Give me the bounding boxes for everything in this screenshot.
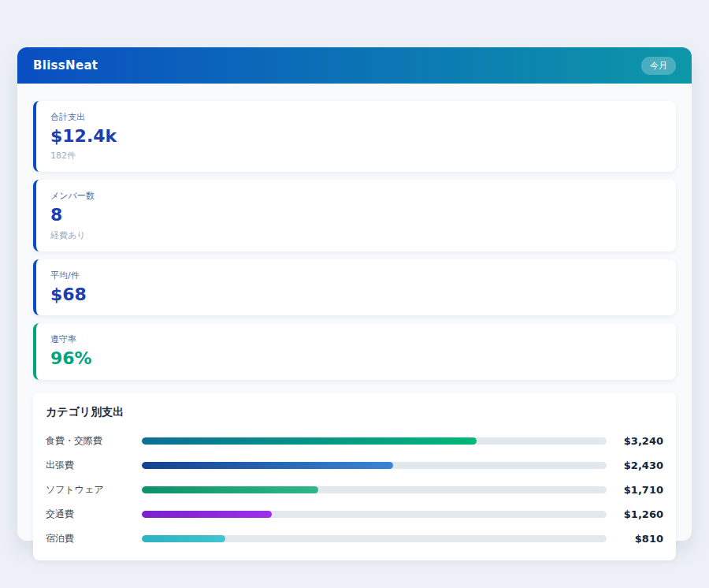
category-spend-panel: カテゴリ別支出 食費・交際費 $3,240 出張費 $2,430 ソフトウェア [33,393,676,560]
category-row: 宿泊費 $810 [46,527,663,551]
category-label: 宿泊費 [46,532,142,545]
stat-card-total-spend: 合計支出 $12.4k 182件 [33,101,676,172]
bar-track [142,511,607,518]
stat-card-member-count: メンバー数 8 経費あり [33,180,676,251]
category-label: 出張費 [46,459,142,472]
stat-card-compliance-rate: 遵守率 96% [33,323,676,379]
stat-subtitle: 経費あり [50,229,662,241]
stat-card-average-per-item: 平均/件 $68 [33,259,676,315]
stat-label: メンバー数 [50,190,662,202]
stat-value: $12.4k [50,126,662,147]
category-value: $1,710 [607,484,663,496]
stat-value: 96% [50,348,662,369]
stat-label: 遵守率 [50,333,662,345]
category-label: ソフトウェア [46,483,142,497]
bar-fill [142,535,225,542]
bar-fill [142,462,393,469]
bar-fill [142,511,272,518]
category-value: $3,240 [607,435,663,447]
bar-track [142,486,607,493]
stat-label: 平均/件 [50,270,662,281]
category-value: $810 [607,533,663,545]
bar-track [142,437,607,445]
category-row: 食費・交際費 $3,240 [46,429,663,453]
category-panel-title: カテゴリ別支出 [46,405,663,419]
stat-subtitle: 182件 [50,150,662,162]
category-value: $1,260 [607,508,663,520]
category-row: 出張費 $2,430 [46,453,663,478]
app-title: BlissNeat [33,58,98,73]
stat-value: 8 [50,205,662,225]
stat-label: 合計支出 [50,111,662,123]
category-value: $2,430 [607,460,663,471]
bar-track [142,535,607,542]
app-header: BlissNeat 今月 [17,47,692,84]
period-badge[interactable]: 今月 [641,57,676,75]
category-label: 食費・交際費 [46,434,142,448]
stat-value: $68 [50,285,662,305]
category-label: 交通費 [46,508,142,521]
bar-fill [142,486,318,493]
bar-fill [142,437,477,445]
dashboard-card: BlissNeat 今月 合計支出 $12.4k 182件 メンバー数 8 経費… [17,47,692,541]
bar-track [142,462,607,469]
dashboard-content: 合計支出 $12.4k 182件 メンバー数 8 経費あり 平均/件 $68 遵… [17,84,692,576]
category-row: 交通費 $1,260 [46,502,663,527]
category-row: ソフトウェア $1,710 [46,478,663,502]
